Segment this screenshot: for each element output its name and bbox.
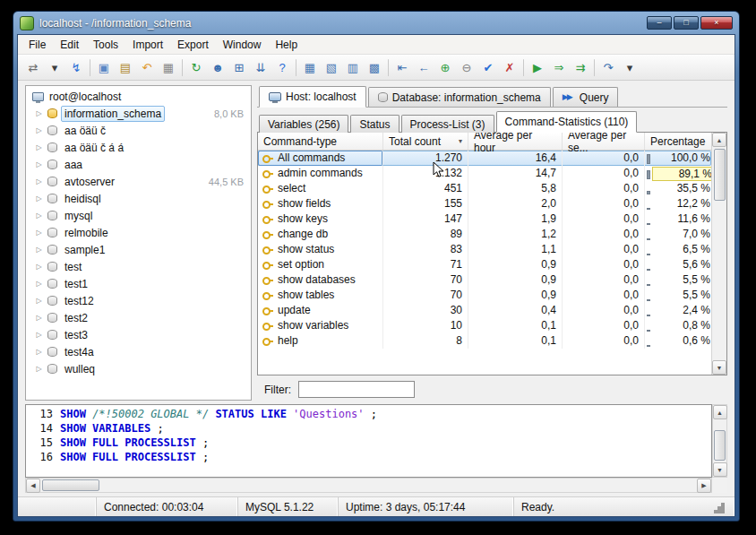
sql-scroll-up-button[interactable]: ▲ [713, 405, 727, 419]
row-select[interactable]: select 451 5,8 0,0 35,5 % [258, 181, 711, 196]
tab-query[interactable]: Query [553, 87, 619, 107]
execute-line-button[interactable]: ⇒ [548, 57, 570, 78]
expand-arrow-icon[interactable]: ▷ [34, 331, 44, 339]
sql-snippets-button[interactable]: ↷ [597, 57, 619, 78]
refresh-button[interactable]: ↻ [185, 57, 207, 78]
row-admin-commands[interactable]: admin commands 1.132 14,7 0,0 89,1 % [258, 166, 711, 181]
menu-export[interactable]: Export [170, 37, 216, 53]
sql-scroll-thumb[interactable] [714, 430, 726, 461]
col-avg-per-sec[interactable]: Average per se... ▾ [563, 133, 645, 150]
export-sql-button[interactable]: ⇊ [250, 57, 271, 78]
expand-arrow-icon[interactable]: ▷ [34, 160, 44, 168]
expand-arrow-icon[interactable]: ▷ [34, 211, 44, 220]
column-dropdown-icon[interactable]: ▾ [459, 137, 462, 145]
titlebar[interactable]: localhost - /information_schema – □ × [17, 12, 735, 34]
row-show-databases[interactable]: show databases 70 0,9 0,0 5,5 % [258, 272, 711, 288]
sql-scroll-left-button[interactable]: ◀ [26, 479, 40, 493]
session-dropdown-button[interactable]: ▾ [44, 57, 65, 78]
undo-button[interactable]: ↶ [136, 57, 158, 78]
expand-arrow-icon[interactable]: ▷ [34, 280, 44, 288]
expand-arrow-icon[interactable]: ▷ [34, 246, 44, 254]
help-button[interactable]: ? [271, 57, 293, 78]
tree-item-mysql[interactable]: ▷ mysql [26, 207, 251, 224]
tab-host[interactable]: Host: localhost [259, 86, 366, 108]
expand-arrow-icon[interactable]: ▷ [34, 126, 44, 134]
tree-item-test1[interactable]: ▷ test1 [26, 275, 251, 292]
scroll-up-button[interactable]: ▲ [712, 133, 726, 147]
expand-arrow-icon[interactable]: ▷ [34, 177, 44, 186]
tab-process-list[interactable]: Process-List (3) [401, 115, 494, 133]
tree-item-aaa[interactable]: ▷ aaa [26, 156, 251, 173]
tree-item-test3[interactable]: ▷ test3 [26, 326, 251, 343]
grid-copy-button[interactable]: ▥ [342, 57, 364, 78]
menu-tools[interactable]: Tools [86, 37, 125, 53]
tree-item-aa-oau-c-a-a[interactable]: ▷ aa öäü č á á [26, 139, 251, 156]
execute-step-button[interactable]: ⇉ [570, 57, 591, 78]
expand-arrow-icon[interactable]: ▷ [34, 109, 44, 117]
row-change-db[interactable]: change db 89 1,2 0,0 7,0 % [258, 227, 711, 242]
paste-button[interactable]: ▤ [115, 57, 136, 78]
tab-status[interactable]: Status [350, 115, 399, 133]
session-manager-button[interactable]: ⇄ [22, 57, 44, 78]
sql-scroll-down-button[interactable]: ▼ [713, 462, 727, 477]
tab-database[interactable]: Database: information_schema [368, 87, 551, 107]
execute-sql-button[interactable]: ▶ [527, 57, 548, 78]
grid-export-button[interactable]: ▩ [364, 57, 385, 78]
delete-record-button[interactable]: ⊖ [456, 57, 477, 78]
close-button[interactable]: × [700, 16, 733, 30]
col-avg-per-hour[interactable]: Average per hour ▾ [468, 133, 563, 150]
expand-arrow-icon[interactable]: ▷ [34, 365, 44, 373]
tree-item-test12[interactable]: ▷ test12 [26, 292, 251, 309]
row-show-variables[interactable]: show variables 10 0,1 0,0 0,8 % [258, 318, 711, 333]
scroll-down-button[interactable]: ▼ [712, 360, 726, 375]
create-database-button[interactable]: ⊞ [228, 57, 250, 78]
expand-arrow-icon[interactable]: ▷ [34, 194, 44, 203]
user-manager-button[interactable]: ☻ [207, 57, 228, 78]
tree-item-information-schema[interactable]: ▷ information_schema 8,0 KB [26, 105, 251, 122]
cancel-editing-button[interactable]: ✗ [499, 57, 520, 78]
col-command-type[interactable]: Command-type ▾ [258, 133, 383, 150]
expand-arrow-icon[interactable]: ▷ [34, 297, 44, 305]
row-show-tables[interactable]: show tables 70 0,9 0,0 5,5 % [258, 288, 711, 303]
print-button[interactable]: ▦ [158, 57, 179, 78]
post-changes-button[interactable]: ✔ [477, 57, 499, 78]
sql-scroll-right-button[interactable]: ▶ [697, 479, 711, 493]
menu-help[interactable]: Help [268, 37, 305, 53]
tree-root[interactable]: root@localhost [26, 86, 251, 105]
table-vscrollbar[interactable]: ▲ ▼ [711, 133, 726, 375]
sql-vscrollbar[interactable]: ▲ ▼ [712, 404, 727, 478]
row-all-commands[interactable]: All commands 1.270 16,4 0,0 100,0 % [258, 151, 711, 166]
menu-file[interactable]: File [21, 37, 53, 53]
scroll-thumb[interactable] [714, 149, 726, 201]
tab-variables[interactable]: Variables (256) [259, 115, 348, 133]
prev-record-button[interactable]: ← [413, 57, 434, 78]
row-show-keys[interactable]: show keys 147 1,9 0,0 11,6 % [258, 211, 711, 227]
tree-item-relmobile[interactable]: ▷ relmobile [26, 224, 251, 241]
menu-edit[interactable]: Edit [53, 37, 86, 53]
new-window-button[interactable]: ↯ [65, 57, 87, 78]
tree-item-sample1[interactable]: ▷ sample1 [26, 241, 251, 258]
copy-button[interactable]: ▣ [93, 57, 115, 78]
tree-item-test[interactable]: ▷ test [26, 258, 251, 275]
expand-arrow-icon[interactable]: ▷ [34, 143, 44, 151]
menu-window[interactable]: Window [216, 37, 269, 53]
expand-arrow-icon[interactable]: ▷ [34, 229, 44, 237]
tree-item-aa-oau-c[interactable]: ▷ aa öäü č [26, 122, 251, 139]
sql-hscroll-thumb[interactable] [42, 479, 99, 491]
resize-grip[interactable] [721, 510, 725, 513]
tree-item-test4a[interactable]: ▷ test4a [26, 343, 251, 360]
col-total-count[interactable]: Total count ▾ [383, 133, 468, 150]
tree-item-test2[interactable]: ▷ test2 [26, 309, 251, 326]
minimize-button[interactable]: – [647, 16, 672, 30]
row-show-fields[interactable]: show fields 155 2,0 0,0 12,2 % [258, 196, 711, 211]
first-record-button[interactable]: ⇤ [391, 57, 413, 78]
tree-item-avtoserver[interactable]: ▷ avtoserver 44,5 KB [26, 173, 251, 190]
col-percentage[interactable]: Percentage ▾ [645, 133, 711, 150]
row-show-status[interactable]: show status 83 1,1 0,0 6,5 % [258, 242, 711, 257]
expand-arrow-icon[interactable]: ▷ [34, 263, 44, 271]
row-set-option[interactable]: set option 71 0,9 0,0 5,6 % [258, 257, 711, 272]
row-update[interactable]: update 30 0,4 0,0 2,4 % [258, 303, 711, 318]
data-grid-button[interactable]: ▦ [299, 57, 321, 78]
tab-command-statistics[interactable]: Command-Statistics (110) [496, 111, 638, 133]
menu-import[interactable]: Import [125, 37, 170, 53]
